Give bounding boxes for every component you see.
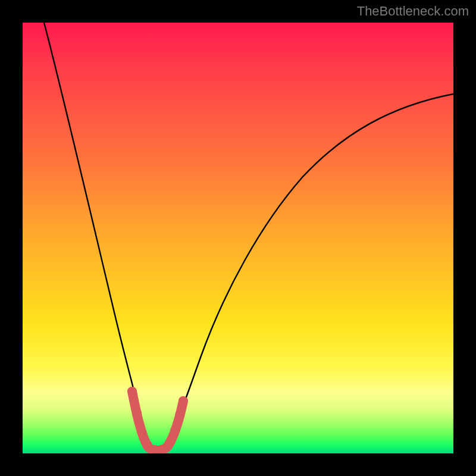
svg-point-7	[170, 426, 180, 436]
chart-frame: TheBottleneck.com	[0, 0, 476, 476]
bottleneck-curve-path	[44, 23, 453, 452]
svg-point-1	[132, 408, 142, 418]
curve-svg	[23, 23, 453, 453]
svg-point-9	[178, 396, 188, 406]
watermark-text: TheBottleneck.com	[357, 4, 469, 19]
svg-point-6	[164, 439, 174, 449]
svg-point-2	[137, 427, 146, 437]
plot-area	[23, 23, 453, 453]
svg-point-0	[127, 387, 137, 396]
svg-point-8	[175, 411, 184, 420]
highlight-band-path	[132, 392, 183, 451]
